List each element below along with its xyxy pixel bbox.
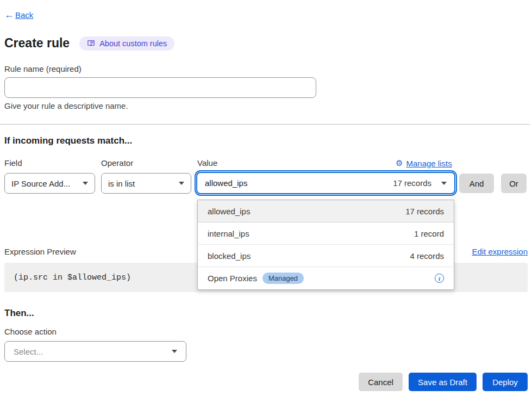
list-item-records: 1 record xyxy=(414,229,444,238)
back-link[interactable]: ←Back xyxy=(4,9,33,21)
value-records-count: 17 records xyxy=(393,178,431,188)
info-icon[interactable]: i xyxy=(435,274,444,283)
action-select[interactable]: Select... xyxy=(4,341,186,362)
section-divider xyxy=(0,124,530,125)
action-select-placeholder: Select... xyxy=(14,347,43,356)
operator-label: Operator xyxy=(101,158,133,168)
then-heading: Then... xyxy=(4,308,34,319)
field-select[interactable]: IP Source Add... xyxy=(4,173,95,194)
edit-expression-link[interactable]: Edit expression xyxy=(472,247,528,256)
about-badge-label: About custom rules xyxy=(99,39,167,48)
list-item-internal-ips[interactable]: internal_ips 1 record xyxy=(198,222,454,245)
list-item-name: internal_ips xyxy=(208,229,249,238)
value-selected: allowed_ips xyxy=(205,178,247,188)
manage-lists-label[interactable]: Manage lists xyxy=(406,159,452,168)
operator-select[interactable]: is in list xyxy=(101,173,191,194)
managed-badge: Managed xyxy=(262,273,304,284)
value-label: Value xyxy=(197,158,217,168)
gear-icon: ⚙ xyxy=(396,158,403,168)
list-item-name: allowed_ips xyxy=(208,207,250,216)
book-icon xyxy=(87,39,95,47)
operator-select-value: is in list xyxy=(108,179,135,188)
list-item-records: 17 records xyxy=(405,207,444,216)
chevron-down-icon xyxy=(179,182,184,185)
back-arrow-icon: ← xyxy=(4,9,14,21)
choose-action-label: Choose action xyxy=(4,327,57,336)
expression-preview-label: Expression Preview xyxy=(4,247,76,256)
list-item-name: Open Proxies xyxy=(208,274,257,283)
list-item-open-proxies[interactable]: Open Proxies Managed i xyxy=(198,267,454,289)
page-title: Create rule xyxy=(4,36,70,51)
save-as-draft-button[interactable]: Save as Draft xyxy=(409,373,477,391)
list-item-name: blocked_ips xyxy=(208,251,251,261)
chevron-down-icon xyxy=(172,350,177,353)
field-select-value: IP Source Add... xyxy=(11,179,70,188)
value-combobox[interactable]: allowed_ips 17 records xyxy=(196,172,455,194)
field-label: Field xyxy=(4,158,22,168)
list-item-blocked-ips[interactable]: blocked_ips 4 records xyxy=(198,245,454,267)
rule-name-label: Rule name (required) xyxy=(4,64,82,73)
list-item-records: 4 records xyxy=(410,251,444,261)
expression-code: (ip.src in $allowed_ips) xyxy=(14,273,131,282)
title-row: Create rule About custom rules xyxy=(4,36,174,51)
match-heading: If incoming requests match... xyxy=(4,135,132,146)
back-link-label[interactable]: Back xyxy=(15,10,33,20)
cancel-button[interactable]: Cancel xyxy=(359,373,403,391)
list-dropdown: allowed_ips 17 records internal_ips 1 re… xyxy=(197,200,454,290)
and-button[interactable]: And xyxy=(459,174,494,193)
chevron-down-icon xyxy=(441,182,447,185)
about-custom-rules-badge[interactable]: About custom rules xyxy=(79,36,174,51)
chevron-down-icon xyxy=(83,182,88,185)
rule-name-input[interactable] xyxy=(4,77,316,98)
create-rule-page: ←Back Create rule About custom rules Rul… xyxy=(0,0,532,402)
deploy-button[interactable]: Deploy xyxy=(483,373,528,391)
or-button[interactable]: Or xyxy=(501,174,527,193)
list-item-allowed-ips[interactable]: allowed_ips 17 records xyxy=(198,200,454,222)
rule-name-helper: Give your rule a descriptive name. xyxy=(4,101,128,110)
manage-lists-link[interactable]: ⚙ Manage lists xyxy=(396,158,452,168)
